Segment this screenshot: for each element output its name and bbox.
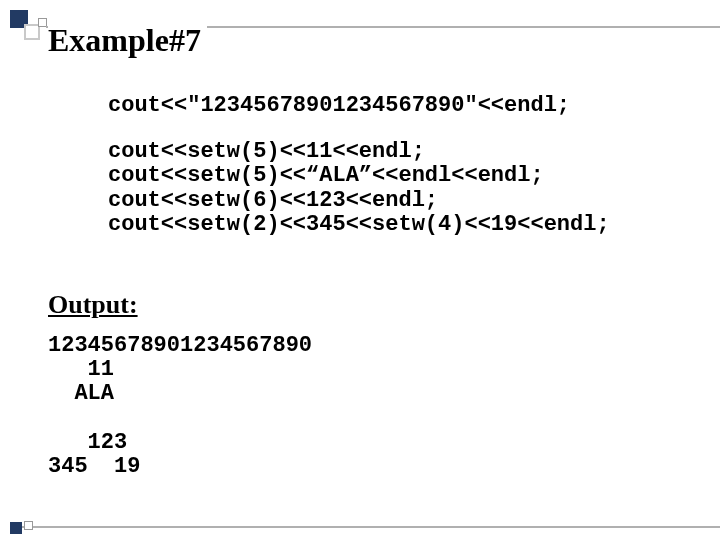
output-line: ALA [48, 381, 114, 406]
slide-title: Example#7 [48, 22, 207, 59]
output-line: 345 19 [48, 454, 140, 479]
code-line: cout<<setw(5)<<“ALA”<<endl<<endl; [108, 164, 610, 188]
code-line: cout<<setw(2)<<345<<setw(4)<<19<<endl; [108, 213, 610, 237]
square-small-icon [24, 521, 33, 530]
blank-line [108, 118, 610, 140]
output-line: 123 [48, 430, 127, 455]
code-line: cout<<setw(5)<<11<<endl; [108, 140, 610, 164]
output-line: 11 [48, 357, 114, 382]
code-block: cout<<"12345678901234567890"<<endl; cout… [108, 94, 610, 237]
square-icon [10, 522, 22, 534]
output-line: 12345678901234567890 [48, 333, 312, 358]
output-heading: Output: [48, 290, 138, 320]
rule-line [10, 526, 720, 528]
code-line: cout<<"12345678901234567890"<<endl; [108, 94, 610, 118]
output-block: 12345678901234567890 11 ALA 123 345 19 [48, 334, 312, 479]
code-line: cout<<setw(6)<<123<<endl; [108, 189, 610, 213]
